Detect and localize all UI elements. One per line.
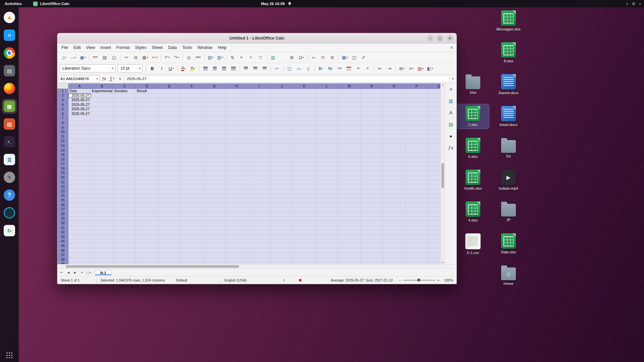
bold-button[interactable]: B <box>148 64 157 72</box>
cell-K33[interactable] <box>293 235 316 239</box>
cell-M3[interactable] <box>338 98 361 103</box>
cell-L9[interactable] <box>316 125 338 130</box>
cell-I7[interactable] <box>248 116 271 121</box>
cell-Q10[interactable] <box>428 130 440 134</box>
italic-button[interactable]: I <box>157 64 166 72</box>
freeze-panes-button[interactable]: ▦▾ <box>340 53 350 61</box>
cell-C35[interactable] <box>113 244 136 248</box>
cell-A2[interactable]: 2025-05-27 <box>68 94 91 98</box>
cell-O25[interactable] <box>383 198 406 203</box>
cell-E3[interactable] <box>158 98 181 103</box>
cell-M32[interactable] <box>338 230 361 235</box>
cell-B14[interactable] <box>91 148 113 153</box>
cell-O5[interactable] <box>383 107 406 112</box>
cell-D34[interactable] <box>136 239 158 244</box>
column-header-I[interactable]: I <box>248 83 271 89</box>
cell-A1[interactable]: Data <box>68 89 91 94</box>
cell-B20[interactable] <box>91 175 113 180</box>
cell-J13[interactable] <box>271 143 293 148</box>
cell-E20[interactable] <box>158 175 181 180</box>
cell-H22[interactable] <box>226 184 248 189</box>
cell-J29[interactable] <box>271 217 293 221</box>
zoom-slider[interactable] <box>403 280 435 281</box>
cell-P34[interactable] <box>406 239 428 244</box>
page-style-status[interactable]: Default <box>173 277 221 284</box>
cell-I13[interactable] <box>248 143 271 148</box>
cell-B10[interactable] <box>91 130 113 134</box>
decrease-indent-button[interactable]: ⇤ <box>375 64 385 72</box>
cell-J18[interactable] <box>271 166 293 171</box>
cell-A15[interactable] <box>68 153 91 157</box>
percent-button[interactable]: % <box>325 64 335 72</box>
cell-H19[interactable] <box>226 171 248 176</box>
cell-B13[interactable] <box>91 143 113 148</box>
cell-M16[interactable] <box>338 157 361 162</box>
row-header-2[interactable]: 2 <box>57 94 68 98</box>
cell-N37[interactable] <box>361 253 383 257</box>
dock-item-writer[interactable]: ≣ <box>2 152 17 167</box>
special-character-button[interactable]: Ω▾ <box>297 53 306 61</box>
cell-P35[interactable] <box>406 244 428 248</box>
cell-K36[interactable] <box>293 248 316 253</box>
cell-N20[interactable] <box>361 175 383 180</box>
cell-K12[interactable] <box>293 139 316 144</box>
cell-P14[interactable] <box>406 148 428 153</box>
cell-O33[interactable] <box>383 235 406 239</box>
cell-N29[interactable] <box>361 217 383 221</box>
cell-F9[interactable] <box>181 125 203 130</box>
cell-M20[interactable] <box>338 175 361 180</box>
cell-Q34[interactable] <box>428 239 440 244</box>
border-style-button[interactable]: ≡▾ <box>407 64 416 72</box>
formula-button[interactable]: = <box>116 75 124 82</box>
cell-B32[interactable] <box>91 230 113 235</box>
dropdown-arrow[interactable]: ▾ <box>212 56 214 59</box>
currency-button[interactable]: $▾ <box>316 64 325 72</box>
cell-M34[interactable] <box>338 239 361 244</box>
cell-Q28[interactable] <box>428 212 440 217</box>
cell-P20[interactable] <box>406 175 428 180</box>
cell-L16[interactable] <box>316 157 338 162</box>
vertical-scrollbar[interactable]: ▲ ▼ <box>440 83 445 264</box>
save-button[interactable]: ▣▾ <box>78 53 88 61</box>
cell-M15[interactable] <box>338 153 361 157</box>
cell-Q13[interactable] <box>428 143 440 148</box>
cell-K31[interactable] <box>293 226 316 230</box>
cell-B6[interactable] <box>91 112 113 116</box>
cell-Q25[interactable] <box>428 198 440 203</box>
cell-Q18[interactable] <box>428 166 440 171</box>
clock-button[interactable]: May 26 16:09 <box>261 0 291 7</box>
cell-A5[interactable]: 2025-05-27 <box>68 107 91 112</box>
cell-D23[interactable] <box>136 189 158 194</box>
cell-Q29[interactable] <box>428 217 440 221</box>
cell-L21[interactable] <box>316 180 338 185</box>
cell-G4[interactable] <box>203 103 226 107</box>
cell-J31[interactable] <box>271 226 293 230</box>
cell-P18[interactable] <box>406 166 428 171</box>
row-header-16[interactable]: 16 <box>57 157 68 162</box>
cell-B24[interactable] <box>91 194 113 198</box>
cell-B9[interactable] <box>91 125 113 130</box>
cell-B37[interactable] <box>91 253 113 257</box>
cell-B12[interactable] <box>91 139 113 144</box>
cell-N1[interactable] <box>361 89 383 94</box>
cell-A13[interactable] <box>68 143 91 148</box>
cell-C9[interactable] <box>113 125 136 130</box>
cell-P24[interactable] <box>406 194 428 198</box>
zoom-slider-thumb[interactable] <box>417 279 420 282</box>
unmerge-cells-button[interactable]: ▯ <box>304 64 313 72</box>
cell-M6[interactable] <box>338 112 361 116</box>
cell-E34[interactable] <box>158 239 181 244</box>
cell-F6[interactable] <box>181 112 203 116</box>
cell-H34[interactable] <box>226 239 248 244</box>
cell-H24[interactable] <box>226 194 248 198</box>
cell-E37[interactable] <box>158 253 181 257</box>
row-header-38[interactable]: 38 <box>57 257 68 262</box>
cell-C30[interactable] <box>113 221 136 226</box>
cell-K10[interactable] <box>293 130 316 134</box>
cell-D21[interactable] <box>136 180 158 185</box>
column-header-G[interactable]: G <box>203 83 226 89</box>
cell-L27[interactable] <box>316 207 338 212</box>
menu-format[interactable]: Format <box>114 44 132 51</box>
cell-N6[interactable] <box>361 112 383 116</box>
cell-F26[interactable] <box>181 203 203 207</box>
